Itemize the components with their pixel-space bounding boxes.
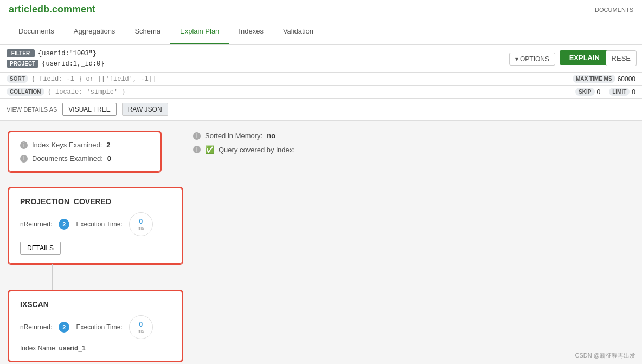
projection-covered-stats: nReturned: 2 Execution Time: 0 ms: [20, 212, 171, 236]
tab-validation[interactable]: Validation: [273, 20, 323, 44]
tab-schema[interactable]: Schema: [125, 20, 170, 44]
query-covered: i ✅ Query covered by index:: [193, 145, 295, 154]
n-returned-badge-2: 2: [59, 322, 69, 333]
tree-connector: [52, 264, 53, 291]
collation-row-left: COLLATION { locale: 'simple' }: [7, 88, 575, 96]
watermark: CSDN @新征程再出发: [575, 352, 635, 360]
exec-time-label-2: Execution Time:: [76, 323, 122, 331]
info-icon-2: i: [20, 155, 28, 162]
tab-documents[interactable]: Documents: [9, 20, 64, 44]
skip-label: SKIP: [575, 88, 594, 96]
index-name-row: Index Name: userid_1: [20, 344, 171, 352]
reset-button[interactable]: RESE: [606, 50, 637, 66]
index-name-value: userid_1: [59, 344, 85, 352]
ixscan-stats: nReturned: 2 Execution Time: 0 ms: [20, 315, 171, 339]
tree-area: PROJECTION_COVERED nReturned: 2 Executio…: [9, 188, 633, 361]
max-time-ms-value[interactable]: 60000: [618, 75, 635, 83]
sorted-in-memory: i Sorted in Memory: no: [193, 132, 295, 140]
info-icon-4: i: [193, 146, 201, 153]
ixscan-node: IXSCAN nReturned: 2 Execution Time: 0 ms…: [9, 291, 182, 361]
header-right: DOCUMENTS: [595, 6, 633, 13]
exec-time-value-2: 0: [139, 321, 143, 328]
index-keys-value: 2: [106, 141, 110, 149]
projection-covered-title: PROJECTION_COVERED: [20, 197, 171, 206]
visual-tree-button[interactable]: VISUAL TREE: [62, 103, 116, 116]
exec-time-circle-2: 0 ms: [129, 315, 153, 339]
collation-bar: COLLATION { locale: 'simple' } SKIP 0 LI…: [0, 86, 642, 99]
index-name-label: Index Name:: [20, 344, 57, 352]
details-button[interactable]: DETAILS: [20, 242, 61, 255]
index-keys-label: Index Keys Examined:: [32, 141, 102, 149]
exec-time-label-1: Execution Time:: [76, 220, 122, 228]
exec-time-unit-1: ms: [138, 225, 144, 231]
raw-json-button[interactable]: RAW JSON: [122, 103, 168, 116]
projection-covered-node: PROJECTION_COVERED nReturned: 2 Executio…: [9, 188, 182, 264]
skip-param: SKIP 0: [575, 88, 600, 96]
documents-examined-label: Documents Examined:: [32, 154, 103, 162]
max-time-ms-param: MAX TIME MS 60000: [573, 75, 635, 83]
limit-label: LIMIT: [609, 88, 630, 96]
tab-aggregations[interactable]: Aggregations: [64, 20, 125, 44]
options-button[interactable]: ▾ OPTIONS: [509, 53, 555, 66]
stats-box: i Index Keys Examined: 2 i Documents Exa…: [9, 132, 160, 172]
sort-params: MAX TIME MS 60000: [573, 75, 635, 83]
check-icon: ✅: [205, 145, 214, 154]
n-returned-badge-1: 2: [59, 219, 69, 230]
logo: articledb.comment: [9, 4, 95, 15]
exec-time-circle-1: 0 ms: [129, 212, 153, 236]
sorted-in-memory-label: Sorted in Memory:: [205, 132, 262, 140]
sorted-in-memory-value: no: [267, 132, 275, 140]
explain-button[interactable]: EXPLAIN: [560, 50, 609, 65]
exec-time-unit-2: ms: [138, 328, 144, 334]
collation-value[interactable]: { locale: 'simple' }: [48, 88, 126, 96]
exec-time-value-1: 0: [139, 218, 143, 225]
info-icon-3: i: [193, 132, 201, 140]
max-time-ms-label: MAX TIME MS: [573, 75, 615, 83]
query-bar: FILTER {userid:"1003"} PROJECT {userid:1…: [0, 45, 642, 73]
index-keys-examined: i Index Keys Examined: 2: [20, 141, 149, 149]
tab-explain-plan[interactable]: Explain Plan: [170, 20, 229, 44]
collation-params: SKIP 0 LIMIT 0: [575, 88, 635, 96]
sort-collation-bar: SORT { field: -1 } or [['field', -1]] MA…: [0, 73, 642, 86]
sort-row: SORT { field: -1 } or [['field', -1]]: [7, 75, 573, 83]
limit-value[interactable]: 0: [632, 88, 635, 96]
tab-bar: Documents Aggregations Schema Explain Pl…: [0, 20, 642, 45]
view-details-bar: VIEW DETAILS AS VISUAL TREE RAW JSON: [0, 99, 642, 121]
stats-right: i Sorted in Memory: no i ✅ Query covered…: [193, 132, 295, 154]
sort-value[interactable]: { field: -1 } or [['field', -1]]: [31, 75, 156, 83]
collation-badge: COLLATION: [7, 88, 44, 96]
info-icon-1: i: [20, 141, 28, 149]
ixscan-title: IXSCAN: [20, 300, 171, 309]
stats-row: i Index Keys Examined: 2 i Documents Exa…: [9, 132, 633, 172]
documents-examined: i Documents Examined: 0: [20, 154, 149, 162]
limit-param: LIMIT 0: [609, 88, 635, 96]
query-covered-label: Query covered by index:: [219, 146, 295, 154]
filter-badge: FILTER: [7, 49, 35, 57]
n-returned-label-1: nReturned:: [20, 220, 52, 228]
project-badge: PROJECT: [7, 60, 38, 68]
view-details-label: VIEW DETAILS AS: [7, 106, 57, 113]
documents-examined-value: 0: [107, 154, 111, 162]
header: articledb.comment DOCUMENTS: [0, 0, 642, 20]
n-returned-label-2: nReturned:: [20, 323, 52, 331]
main-content: i Index Keys Examined: 2 i Documents Exa…: [0, 121, 642, 364]
sort-badge: SORT: [7, 75, 28, 83]
skip-value[interactable]: 0: [597, 88, 601, 96]
tab-indexes[interactable]: Indexes: [229, 20, 273, 44]
